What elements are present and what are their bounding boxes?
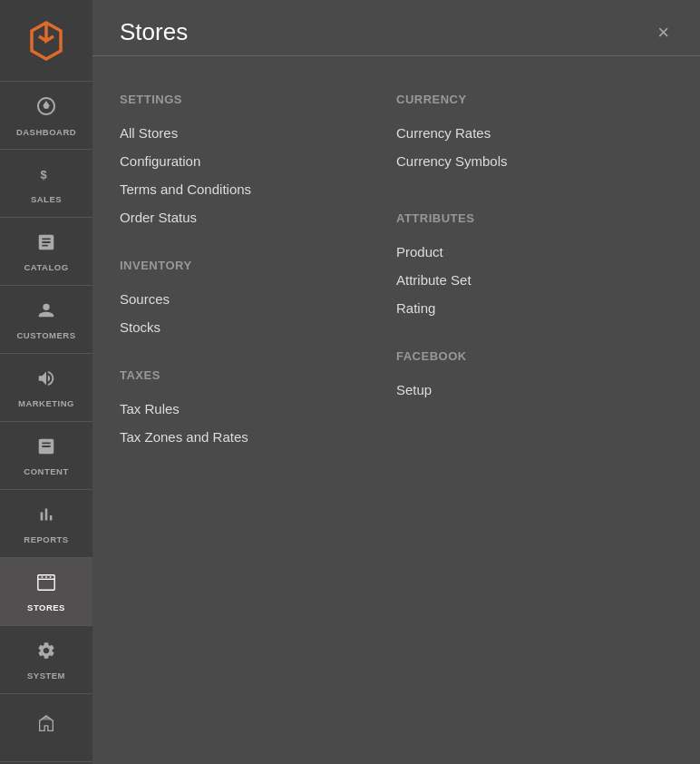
- panel-content: Settings All Stores Configuration Terms …: [92, 65, 700, 478]
- stores-panel: Stores × Settings All Stores Configurati…: [92, 0, 700, 764]
- sidebar-item-label-stores: STORES: [27, 602, 65, 612]
- content-icon: [36, 436, 56, 462]
- reports-icon: [36, 504, 56, 530]
- sidebar-item-marketing[interactable]: MARKETING: [0, 354, 92, 422]
- link-terms-conditions[interactable]: Terms and Conditions: [120, 175, 378, 203]
- magento-logo-icon: [24, 19, 68, 63]
- sidebar-item-customers[interactable]: CUSTOMERS: [0, 286, 92, 354]
- link-order-status[interactable]: Order Status: [120, 203, 378, 231]
- facebook-section-title: Facebook: [396, 349, 655, 363]
- link-all-stores[interactable]: All Stores: [120, 119, 378, 147]
- dashboard-icon: [35, 95, 57, 122]
- sidebar-item-label-dashboard: DASHBOARD: [16, 127, 76, 137]
- inventory-section-title: Inventory: [120, 259, 378, 272]
- system-icon: [36, 641, 56, 666]
- attributes-section-title: Attributes: [396, 211, 655, 225]
- sidebar: DASHBOARD $ SALES CATALOG CUSTOMERS MARK…: [0, 0, 92, 764]
- svg-marker-7: [40, 715, 53, 720]
- sidebar-item-sales[interactable]: $ SALES: [0, 150, 92, 218]
- sidebar-item-label-sales: SALES: [31, 194, 62, 204]
- link-stocks[interactable]: Stocks: [120, 313, 378, 341]
- panel-title: Stores: [120, 18, 188, 46]
- sidebar-item-dashboard[interactable]: DASHBOARD: [0, 82, 92, 150]
- sidebar-item-label-system: SYSTEM: [27, 671, 65, 681]
- sidebar-item-catalog[interactable]: CATALOG: [0, 218, 92, 286]
- link-product[interactable]: Product: [396, 238, 655, 266]
- sidebar-item-label-customers: CUSTOMERS: [16, 330, 75, 340]
- sidebar-logo: [0, 0, 92, 82]
- left-column: Settings All Stores Configuration Terms …: [120, 74, 396, 451]
- sales-icon: $: [36, 164, 56, 190]
- svg-point-4: [42, 576, 44, 578]
- extensions-icon: [36, 714, 56, 740]
- link-setup[interactable]: Setup: [396, 376, 655, 404]
- catalog-icon: [36, 232, 56, 258]
- svg-point-6: [50, 576, 52, 578]
- link-tax-rules[interactable]: Tax Rules: [120, 395, 378, 423]
- link-tax-zones[interactable]: Tax Zones and Rates: [120, 423, 378, 451]
- close-button[interactable]: ×: [654, 19, 673, 46]
- settings-section: Settings All Stores Configuration Terms …: [120, 93, 378, 231]
- svg-text:$: $: [41, 168, 48, 181]
- sidebar-item-content[interactable]: CONTENT: [0, 422, 92, 490]
- link-rating[interactable]: Rating: [396, 294, 655, 322]
- link-currency-rates[interactable]: Currency Rates: [396, 119, 655, 147]
- taxes-section: Taxes Tax Rules Tax Zones and Rates: [120, 368, 378, 451]
- attributes-section: Attributes Product Attribute Set Rating: [396, 211, 655, 322]
- sidebar-item-label-marketing: MARKETING: [18, 398, 74, 408]
- settings-section-title: Settings: [120, 93, 378, 106]
- link-configuration[interactable]: Configuration: [120, 147, 378, 175]
- customers-icon: [36, 300, 56, 326]
- currency-section: Currency Currency Rates Currency Symbols: [396, 93, 655, 175]
- link-attribute-set[interactable]: Attribute Set: [396, 266, 655, 294]
- sidebar-item-system[interactable]: SYSTEM: [0, 626, 92, 694]
- taxes-section-title: Taxes: [120, 368, 378, 382]
- svg-point-5: [45, 576, 47, 578]
- inventory-section: Inventory Sources Stocks: [120, 259, 378, 341]
- sidebar-item-label-reports: REPORTS: [24, 534, 68, 544]
- sidebar-item-label-catalog: CATALOG: [24, 262, 68, 272]
- right-column: Currency Currency Rates Currency Symbols…: [396, 74, 673, 451]
- facebook-section: Facebook Setup: [396, 349, 655, 404]
- currency-section-title: Currency: [396, 93, 655, 106]
- sidebar-item-stores[interactable]: STORES: [0, 558, 92, 626]
- sidebar-item-reports[interactable]: REPORTS: [0, 490, 92, 558]
- marketing-icon: [36, 368, 56, 394]
- panel-header: Stores ×: [92, 0, 700, 56]
- sidebar-item-ext[interactable]: [0, 694, 92, 762]
- link-sources[interactable]: Sources: [120, 285, 378, 313]
- sidebar-item-label-content: CONTENT: [24, 466, 68, 476]
- link-currency-symbols[interactable]: Currency Symbols: [396, 147, 655, 175]
- stores-icon: [36, 573, 56, 598]
